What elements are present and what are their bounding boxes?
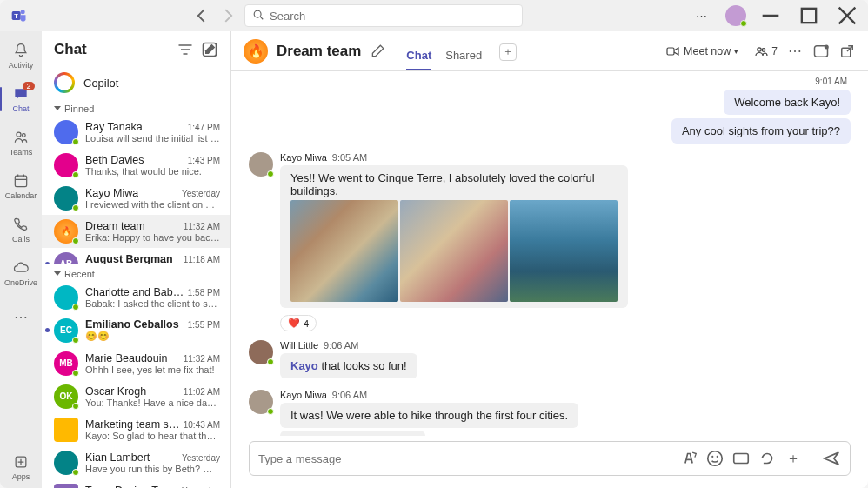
svg-rect-31 bbox=[734, 454, 749, 464]
people-icon bbox=[754, 44, 768, 58]
chat-item[interactable]: Team Design TemplateYesterdayReta: Let's… bbox=[42, 479, 230, 488]
nav-forward-button[interactable] bbox=[218, 6, 237, 25]
section-pinned[interactable]: Pinned bbox=[42, 98, 230, 116]
meet-now-button[interactable]: Meet now ▾ bbox=[659, 41, 745, 62]
camera-icon bbox=[666, 44, 680, 58]
calendar-icon bbox=[12, 172, 30, 190]
rail-calendar[interactable]: Calendar bbox=[0, 165, 42, 207]
svg-point-28 bbox=[708, 451, 723, 466]
reaction-heart[interactable]: ❤️4 bbox=[280, 315, 317, 331]
cloud-icon bbox=[12, 259, 30, 277]
search-input[interactable] bbox=[270, 10, 515, 23]
svg-point-29 bbox=[711, 456, 713, 458]
chat-item-name: Kayo Miwa bbox=[85, 187, 138, 199]
chat-item-time: 1:55 PM bbox=[188, 320, 220, 330]
global-search[interactable] bbox=[244, 4, 523, 27]
my-message-1[interactable]: Welcome back Kayo! bbox=[724, 90, 851, 115]
chat-item[interactable]: Beth Davies1:43 PMThanks, that would be … bbox=[42, 149, 230, 182]
tab-chat[interactable]: Chat bbox=[406, 49, 431, 70]
open-participants-icon[interactable] bbox=[812, 43, 830, 60]
rail-activity[interactable]: Activity bbox=[0, 35, 42, 77]
chat-item[interactable]: Ray Tanaka1:47 PMLouisa will send the in… bbox=[42, 116, 230, 149]
section-recent[interactable]: Recent bbox=[42, 264, 230, 281]
chat-item-preview: Louisa will send the initial list of... bbox=[85, 133, 220, 144]
rail-more[interactable]: ⋯ bbox=[0, 296, 42, 338]
chat-item-name: Team Design Template bbox=[85, 485, 178, 488]
edit-name-icon[interactable] bbox=[370, 43, 385, 59]
chat-item-preview: You: Thanks! Have a nice day, I... bbox=[85, 398, 220, 408]
emoji-icon[interactable] bbox=[705, 449, 724, 468]
rail-apps[interactable]: Apps bbox=[0, 446, 42, 488]
message-kayo-1[interactable]: Kayo Miwa9:05 AM Yes!! We went to Cinque… bbox=[249, 152, 851, 331]
tab-shared[interactable]: Shared bbox=[445, 49, 482, 70]
bell-icon bbox=[12, 42, 30, 59]
compose-box[interactable]: ＋ bbox=[249, 441, 851, 476]
chat-item-name: Ray Tanaka bbox=[85, 121, 143, 133]
new-chat-icon[interactable] bbox=[201, 41, 218, 58]
close-button[interactable] bbox=[833, 3, 861, 28]
mention-kayo[interactable]: Kayo bbox=[290, 359, 318, 372]
chat-item-avatar bbox=[54, 285, 78, 310]
chat-item-name: Marketing team sync bbox=[85, 418, 180, 431]
format-icon[interactable] bbox=[679, 449, 698, 468]
photo-2[interactable] bbox=[400, 200, 508, 302]
chat-item[interactable]: OKOscar Krogh11:02 AMYou: Thanks! Have a… bbox=[42, 380, 230, 413]
chat-item[interactable]: MBMarie Beaudouin11:32 AMOhhh I see, yes… bbox=[42, 347, 230, 380]
chat-item-avatar: MB bbox=[54, 351, 78, 376]
chat-badge: 2 bbox=[23, 82, 35, 90]
svg-rect-11 bbox=[15, 176, 26, 187]
chat-item-time: 1:47 PM bbox=[188, 123, 220, 132]
chat-item-avatar bbox=[54, 153, 78, 177]
overflow-icon[interactable]: ⋯ bbox=[687, 3, 715, 28]
photo-3[interactable] bbox=[510, 200, 618, 302]
maximize-button[interactable] bbox=[795, 3, 823, 28]
filter-icon[interactable] bbox=[177, 41, 194, 58]
svg-point-10 bbox=[23, 134, 26, 137]
svg-point-26 bbox=[825, 44, 829, 49]
chat-item[interactable]: Kayo MiwaYesterdayI reviewed with the cl… bbox=[42, 182, 230, 215]
image-strip[interactable] bbox=[290, 200, 618, 302]
chat-item-time: 11:18 AM bbox=[184, 255, 220, 264]
chat-item[interactable]: Kian LambertYesterdayHave you run this b… bbox=[42, 446, 230, 479]
my-avatar[interactable] bbox=[725, 5, 746, 26]
compose-input[interactable] bbox=[258, 452, 672, 465]
rail-teams[interactable]: Teams bbox=[0, 122, 42, 164]
chat-item-name: Beth Davies bbox=[85, 154, 144, 166]
gif-icon[interactable] bbox=[731, 449, 751, 468]
rail-calls[interactable]: Calls bbox=[0, 209, 42, 251]
svg-rect-6 bbox=[802, 9, 816, 23]
message-will[interactable]: Will Little9:06 AM Kayo that looks so fu… bbox=[249, 340, 851, 381]
chat-item[interactable]: ABAugust Bergman11:18 AMI haven't checke… bbox=[42, 248, 230, 264]
my-message-2[interactable]: Any cool sights from your trip?? bbox=[671, 118, 851, 144]
chat-item-preview: Babak: I asked the client to send... bbox=[85, 298, 220, 309]
minimize-button[interactable] bbox=[757, 3, 785, 28]
chat-item-avatar: OK bbox=[54, 384, 78, 409]
chat-item[interactable]: ECEmiliano Ceballos1:55 PM😊😊 bbox=[42, 314, 230, 347]
chat-item[interactable]: 🔥Dream team11:32 AMErika: Happy to have … bbox=[42, 215, 230, 248]
chat-item-preview: Thanks, that would be nice. bbox=[85, 166, 220, 177]
chat-item[interactable]: Marketing team sync10:43 AMKayo: So glad… bbox=[42, 413, 230, 446]
msg3-bubble-1: It was! We were able to hike through the… bbox=[280, 403, 578, 428]
chat-item-avatar: AB bbox=[54, 252, 78, 264]
pop-out-icon[interactable] bbox=[838, 43, 856, 60]
rail-onedrive[interactable]: OneDrive bbox=[0, 252, 42, 294]
chat-item-name: Charlotte and Babak bbox=[85, 286, 184, 298]
loop-icon[interactable] bbox=[758, 449, 777, 468]
header-more-icon[interactable]: ⋯ bbox=[786, 43, 804, 60]
avatar-kayo bbox=[249, 152, 273, 177]
rail-chat[interactable]: 2 Chat bbox=[0, 78, 42, 120]
add-tab-button[interactable]: ＋ bbox=[499, 43, 517, 61]
avatar-will bbox=[249, 340, 273, 364]
svg-text:T: T bbox=[14, 12, 18, 20]
attach-plus-icon[interactable]: ＋ bbox=[784, 449, 803, 468]
copilot-row[interactable]: Copilot bbox=[42, 67, 230, 98]
photo-1[interactable] bbox=[290, 200, 398, 302]
chat-item[interactable]: Charlotte and Babak1:58 PMBabak: I asked… bbox=[42, 281, 230, 314]
send-icon[interactable] bbox=[822, 449, 841, 468]
nav-back-button[interactable] bbox=[192, 6, 211, 25]
chat-title: Dream team bbox=[277, 43, 361, 60]
people-button[interactable]: 7 bbox=[754, 44, 778, 58]
svg-line-4 bbox=[260, 17, 263, 19]
chat-item-preview: I reviewed with the client on Th... bbox=[85, 199, 220, 210]
message-kayo-2[interactable]: Kayo Miwa9:06 AM It was! We were able to… bbox=[249, 390, 851, 436]
